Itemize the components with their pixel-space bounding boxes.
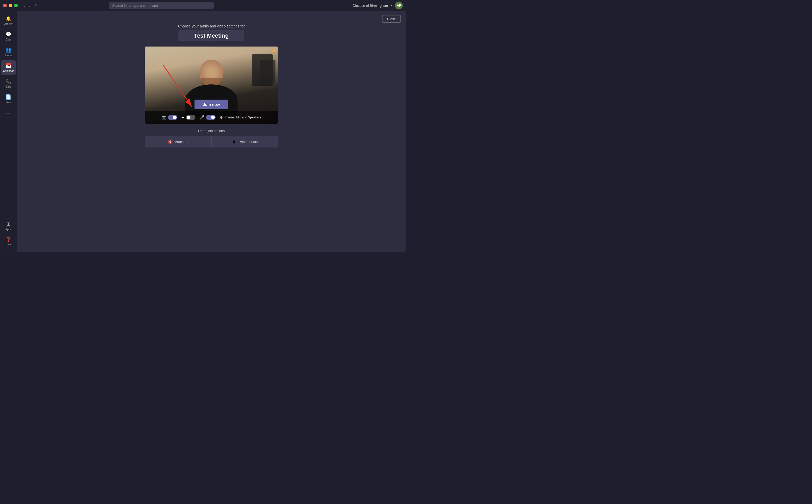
- blur-icon: ✦: [181, 116, 184, 119]
- join-options-row: 🔇 Audio off 📱 Phone audio: [145, 136, 278, 147]
- speaker-control: ⚙ Internal Mic and Speakers: [220, 115, 261, 119]
- search-placeholder: Search for or type a command: [112, 4, 158, 8]
- video-preview: 📶 Join now: [145, 47, 278, 124]
- close-button[interactable]: Close: [382, 15, 401, 23]
- audio-off-icon: 🔇: [168, 139, 173, 144]
- calls-icon: 📞: [5, 78, 11, 84]
- sidebar-label-help: Help: [6, 244, 11, 247]
- audio-off-label: Audio off: [175, 140, 188, 144]
- org-name: Diocese of Birmingham: [353, 4, 388, 8]
- avatar[interactable]: AP: [395, 2, 403, 9]
- mic-toggle[interactable]: [206, 115, 215, 120]
- sidebar-item-help[interactable]: ❓ Help: [1, 234, 16, 249]
- search-bar[interactable]: Search for or type a command: [109, 2, 214, 9]
- sidebar-label-calendar: Calendar: [3, 70, 14, 73]
- sidebar-item-teams[interactable]: 👥 Teams: [1, 44, 16, 60]
- nav-buttons: ‹ › ✎: [22, 2, 39, 9]
- meeting-title: Test Meeting: [178, 30, 244, 41]
- mic-control: 🎤: [200, 115, 215, 120]
- controls-bar: 📷 ✦: [145, 111, 278, 124]
- settings-label: Choose your audio and video settings for: [178, 24, 245, 28]
- title-right-area: Diocese of Birmingham ▾ AP: [353, 2, 403, 9]
- camera-icon: 📷: [161, 115, 166, 120]
- sidebar-item-calendar[interactable]: 📅 Calendar: [1, 60, 16, 75]
- other-options-label: Other join options: [198, 129, 225, 133]
- phone-audio-option[interactable]: 📱 Phone audio: [211, 136, 278, 147]
- join-now-button[interactable]: Join now: [195, 100, 228, 109]
- other-join-options: Other join options 🔇 Audio off 📱 Phone a…: [145, 129, 278, 147]
- sidebar-item-activity[interactable]: 🔔 Activity: [1, 13, 16, 28]
- sidebar-item-files[interactable]: 📄 Files: [1, 91, 16, 107]
- gear-icon: ⚙: [220, 115, 223, 119]
- traffic-lights: [3, 4, 18, 7]
- sidebar-label-calls: Calls: [5, 85, 11, 88]
- camera-toggle[interactable]: [168, 115, 177, 120]
- edit-button[interactable]: ✎: [33, 2, 39, 9]
- back-button[interactable]: ‹: [22, 2, 26, 9]
- main-layout: 🔔 Activity 💬 Chat 👥 Teams 📅 Calendar 📞 C…: [0, 11, 406, 252]
- speaker-label: Internal Mic and Speakers: [225, 116, 261, 119]
- title-bar: ‹ › ✎ Search for or type a command Dioce…: [0, 0, 406, 11]
- sidebar-label-teams: Teams: [4, 54, 12, 57]
- sidebar-label-apps: Apps: [5, 228, 12, 231]
- activity-icon: 🔔: [5, 16, 11, 21]
- minimize-window-button[interactable]: [9, 4, 12, 7]
- sidebar-label-activity: Activity: [4, 22, 13, 26]
- close-window-button[interactable]: [3, 4, 7, 7]
- blur-control: ✦: [181, 115, 195, 120]
- prejoin-container: Choose your audio and video settings for…: [17, 24, 406, 147]
- more-button[interactable]: ...: [3, 107, 13, 118]
- sidebar: 🔔 Activity 💬 Chat 👥 Teams 📅 Calendar 📞 C…: [0, 11, 17, 252]
- apps-icon: ⊞: [7, 221, 10, 227]
- org-dropdown-icon[interactable]: ▾: [391, 4, 392, 7]
- blur-toggle[interactable]: [186, 115, 195, 120]
- window-frame: ‹ › ✎ Search for or type a command Dioce…: [0, 0, 406, 252]
- forward-button[interactable]: ›: [27, 2, 32, 9]
- camera-control: 📷: [161, 115, 177, 120]
- files-icon: 📄: [5, 94, 11, 100]
- help-icon: ❓: [5, 237, 11, 243]
- phone-audio-label: Phone audio: [238, 140, 258, 144]
- sidebar-label-files: Files: [5, 101, 11, 104]
- maximize-window-button[interactable]: [14, 4, 18, 7]
- sidebar-item-calls[interactable]: 📞 Calls: [1, 76, 16, 91]
- teams-icon: 👥: [5, 47, 11, 53]
- phone-icon: 📱: [231, 139, 236, 144]
- content-area: Close Choose your audio and video settin…: [17, 11, 406, 252]
- mic-icon: 🎤: [200, 115, 204, 120]
- sidebar-item-apps[interactable]: ⊞ Apps: [1, 219, 16, 234]
- chat-icon: 💬: [5, 31, 11, 37]
- signal-icon: 📶: [271, 49, 275, 53]
- calendar-icon: 📅: [5, 63, 11, 68]
- sidebar-label-chat: Chat: [5, 38, 11, 41]
- sidebar-item-chat[interactable]: 💬 Chat: [1, 29, 16, 44]
- audio-off-option[interactable]: 🔇 Audio off: [145, 136, 211, 147]
